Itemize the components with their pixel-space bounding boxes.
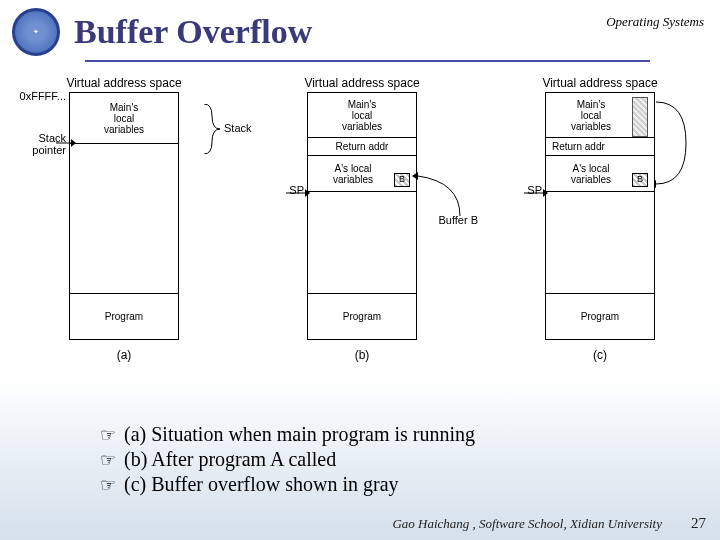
stack-box-a: Main'slocalvariables Program [69,92,179,340]
bullet-c: ☞(c) Buffer overflow shown in gray [100,473,475,496]
stack-box-b: Main'slocalvariables Return addr A's loc… [307,92,417,340]
region-program: Program [546,293,654,339]
region-return-addr: Return addr [308,137,416,155]
region-a-vars: A's localvariables B [308,155,416,191]
region-program: Program [308,293,416,339]
panel-c: Virtual address space Main'slocalvariabl… [490,76,710,362]
course-label: Operating Systems [606,14,704,30]
title-underline [85,60,650,62]
university-logo: ✦ [12,8,60,56]
pointing-hand-icon: ☞ [100,474,116,496]
region-main-vars: Main'slocalvariables [308,93,416,137]
page-number: 27 [691,515,706,532]
bullet-b: ☞(b) After program A called [100,448,475,471]
sp-arrow-c [524,188,548,198]
sp-arrow-b [286,188,310,198]
buffer-b-box: B [632,173,648,187]
vas-label: Virtual address space [252,76,472,90]
overflow-area [632,97,648,137]
svg-marker-1 [71,139,76,147]
hex-top-label: 0xFFFF... [10,90,66,102]
pointing-hand-icon: ☞ [100,449,116,471]
sp-arrow-a [56,138,76,148]
stack-box-c: Main'slocalvariables Return addr A's loc… [545,92,655,340]
region-return-addr: Return addr [546,137,654,155]
region-main-vars: Main'slocalvariables [546,93,654,137]
bullet-a: ☞(a) Situation when main program is runn… [100,423,475,446]
panel-b: Virtual address space Main'slocalvariabl… [252,76,472,362]
svg-marker-3 [305,189,310,197]
footer-credit: Gao Haichang , Software School, Xidian U… [392,516,662,532]
vas-label: Virtual address space [14,76,234,90]
region-empty [308,191,416,293]
region-empty [546,191,654,293]
caption-a: (a) [14,348,234,362]
stack-brace-label: Stack [202,104,224,156]
buffer-b-pointer [412,172,462,222]
bullet-list: ☞(a) Situation when main program is runn… [100,421,475,498]
region-main-vars: Main'slocalvariables [70,93,178,143]
vas-label: Virtual address space [490,76,710,90]
panel-a: Virtual address space Main'slocalvariabl… [14,76,234,362]
region-empty [70,143,178,293]
caption-c: (c) [490,348,710,362]
svg-marker-4 [412,172,418,180]
pointing-hand-icon: ☞ [100,424,116,446]
overflow-curve-arrow [652,100,688,186]
buffer-b-box: B [394,173,410,187]
region-a-vars: A's localvariables B [546,155,654,191]
caption-b: (b) [252,348,472,362]
region-program: Program [70,293,178,339]
figure: Virtual address space Main'slocalvariabl… [6,76,714,396]
slide-title: Buffer Overflow [74,13,312,51]
